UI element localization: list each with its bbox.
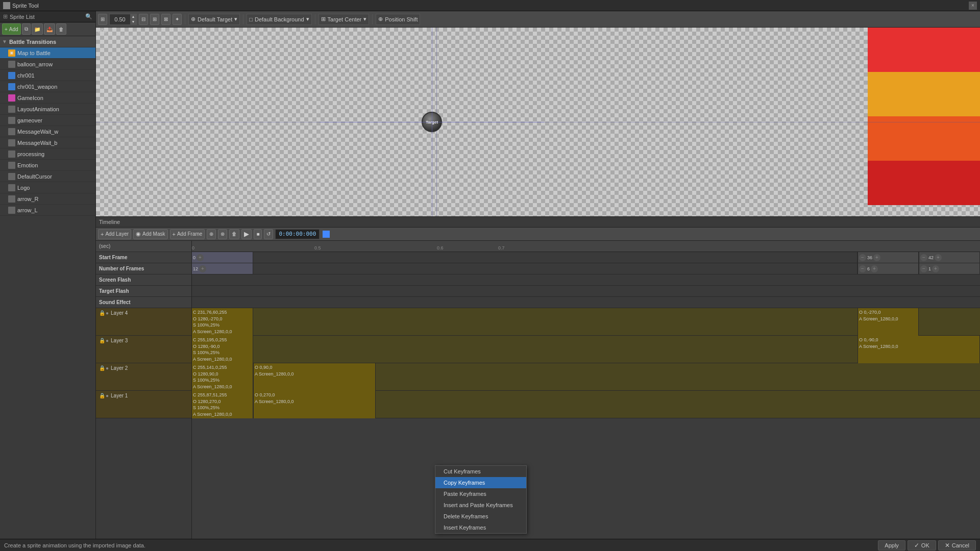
apply-button[interactable]: Apply [878,540,905,550]
copy-keyframes-label: Copy Keyframes [444,480,485,486]
add-kf-sf06[interactable]: + [873,254,880,261]
context-paste-keyframes[interactable]: Paste Keyframes [435,488,526,499]
add-kf-nf07[interactable]: + [932,265,939,272]
ok-button[interactable]: ✓ OK [908,540,936,550]
view-button-4[interactable]: ✦ [173,14,182,25]
add-frame-button[interactable]: + Add Frame [170,229,205,239]
sidebar-item-map-to-battle[interactable]: ▣ Map to Battle [0,47,95,59]
fit-button[interactable]: ⊞ [98,14,107,25]
context-delete-keyframes[interactable]: Delete Keyframes [435,511,526,522]
add-kf-start[interactable]: + [197,254,204,261]
num-frames-kf06[interactable]: − 6 + [857,263,919,274]
timeline-section: Timeline + Add Layer ◉ Add Mask + Add Fr… [96,216,980,539]
add-kf-sf07[interactable]: + [935,254,942,261]
layer-4-label: Layer 4 [111,310,128,316]
target-center-dropdown[interactable]: ⊞ Target Center ▾ [318,14,370,25]
start-frame-kf07[interactable]: − 42 + [919,252,980,263]
default-target-dropdown[interactable]: ⊕ Default Target ▾ [188,14,240,25]
sidebar-item-chr001-weapon[interactable]: chr001_weapon [0,81,95,92]
start-frame-kf0[interactable]: 0 + [192,252,253,263]
context-cut-keyframes[interactable]: Cut Keyframes [435,466,526,477]
sidebar-item-logo[interactable]: Logo [0,182,95,193]
play-button[interactable]: ▶ [241,229,252,239]
stop-button[interactable]: ■ [254,229,262,239]
rem-kf-sf07[interactable]: − [920,254,927,261]
sidebar-item-arrow-r[interactable]: arrow_R [0,193,95,205]
layer-1-kf0[interactable]: C 255,87,51,255O 1280,270,0S 100%,25%A S… [192,391,253,418]
zoom-spinner[interactable]: ▲ ▼ [109,14,137,25]
vis-icon-1[interactable]: ● [106,393,109,398]
layer-4-kf0[interactable]: C 231,76,60,255O 1280,-270,0S 100%,25%A … [192,308,253,336]
sidebar-item-emotion[interactable]: Emotion [0,160,95,171]
crosshair-vertical-line [432,28,432,216]
zoom-input[interactable] [110,14,130,24]
sidebar-item-layoutanimation[interactable]: LayoutAnimation [0,104,95,115]
cancel-button[interactable]: ✕ Cancel [938,540,976,550]
close-button[interactable]: × [969,2,977,10]
layer-4-kf07[interactable]: O 0,-270,0A Screen_1280,0,0 [857,308,919,336]
battle-transitions-section[interactable]: ▼ Battle Transitions [0,36,95,47]
lock-icon-1[interactable]: 🔒 [99,393,105,398]
sidebar-item-processing[interactable]: processing [0,148,95,160]
context-copy-keyframes[interactable]: Copy Keyframes [435,477,526,488]
time-indicator[interactable] [323,231,330,238]
lock-icon-4[interactable]: 🔒 [99,310,105,316]
context-insert-keyframes[interactable]: Insert Keyframes [435,522,526,533]
add-mask-button[interactable]: ◉ Add Mask [133,229,167,239]
defaultcursor-icon [8,173,15,180]
sidebar-item-balloon-arrow[interactable]: balloon_arrow [0,59,95,70]
sidebar-item-chr001[interactable]: chr001 [0,70,95,81]
layer-3-kf06[interactable]: O 0,-90,0A Screen_1280,0,0 [857,336,980,363]
insert-paste-keyframes-label: Insert and Paste Keyframes [444,502,513,508]
lock-icon-3[interactable]: 🔒 [99,338,105,343]
layer-2-kf05[interactable]: O 0,90,0A Screen_1280,0,0 [253,363,376,391]
zoom-up-arrow[interactable]: ▲ [130,14,136,19]
sidebar-item-arrow-l[interactable]: arrow_L [0,205,95,216]
view-button-3[interactable]: ⊠ [161,14,170,25]
zoom-down-arrow[interactable]: ▼ [130,19,136,24]
search-icon[interactable]: 🔍 [85,13,92,20]
gameover-label: gameover [17,117,42,123]
copy-timeline-button[interactable]: ⊕ [207,229,216,239]
layer-1-kf05[interactable]: O 0,270,0A Screen_1280,0,0 [253,391,376,418]
num-frames-kf0[interactable]: 12 + [192,263,253,274]
timeline-content: 0 0.5 0.6 0.7 0 + [192,241,980,539]
layer-4-empty [253,308,857,335]
import-button[interactable]: 📁 [32,23,43,35]
map-to-battle-icon: ▣ [8,49,15,57]
delete-button[interactable]: 🗑 [56,23,66,35]
add-kf-nf06[interactable]: + [871,265,878,272]
rem-kf-nf07[interactable]: − [920,265,927,272]
rem-kf-sf06[interactable]: − [859,254,866,261]
loop-button[interactable]: ↺ [264,229,273,239]
export-button[interactable]: 📤 [44,23,55,35]
lock-icon-2[interactable]: 🔒 [99,365,105,371]
paste-timeline-button[interactable]: ⊗ [218,229,227,239]
num-frames-kf07[interactable]: − 1 + [919,263,980,274]
duplicate-button[interactable]: ⧉ [22,23,31,35]
sidebar-item-gameicon[interactable]: GameIcon [0,92,95,104]
delete-timeline-button[interactable]: 🗑 [229,229,239,239]
position-shift-dropdown[interactable]: ⊕ Position Shift [376,14,420,25]
preview-area[interactable]: 000 Target [96,28,980,216]
vis-icon-2[interactable]: ● [106,365,109,371]
add-kf-nf0[interactable]: + [199,265,206,272]
add-sprite-button[interactable]: + Map to Battle Add [2,23,21,35]
start-frame-kf06[interactable]: − 36 + [857,252,919,263]
layer-3-kf0[interactable]: C 255,195,0,255O 1280,-90,0S 100%,25%A S… [192,336,253,363]
vis-icon-3[interactable]: ● [106,338,109,343]
sidebar-item-defaultcursor[interactable]: DefaultCursor [0,171,95,182]
sidebar-item-messagewait-b[interactable]: MessageWait_b [0,137,95,148]
add-layer-button[interactable]: + Add Layer [98,229,131,239]
view-button-1[interactable]: ⊟ [139,14,148,25]
logo-icon [8,184,15,191]
context-insert-paste-keyframes[interactable]: Insert and Paste Keyframes [435,499,526,511]
paste-keyframes-label: Paste Keyframes [444,491,486,497]
view-button-2[interactable]: ⊞ [150,14,159,25]
sidebar-item-messagewait-w[interactable]: MessageWait_w [0,126,95,137]
sidebar-item-gameover[interactable]: gameover [0,115,95,126]
rem-kf-nf06[interactable]: − [859,265,866,272]
default-background-dropdown[interactable]: □ Default Background ▾ [247,14,311,25]
vis-icon-4[interactable]: ● [106,310,109,316]
layer-2-kf0[interactable]: C 255,141,0,255O 1280,90,0S 100%,25%A Sc… [192,363,253,391]
